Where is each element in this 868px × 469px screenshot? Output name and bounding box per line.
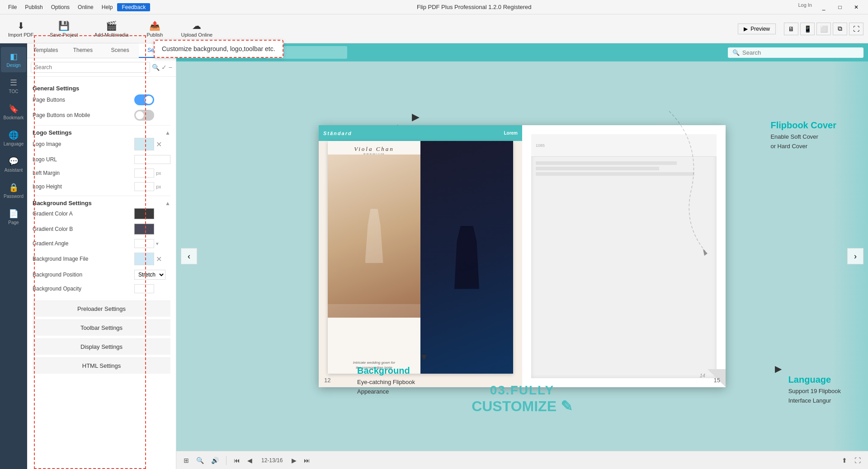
menu-help[interactable]: Help [98,3,117,11]
add-multimedia-label: Add Multimedia [94,32,129,38]
left-margin-unit: px [156,170,161,176]
app-title: Flip PDF Plus Professional 1.2.0 Registe… [150,4,798,10]
left-margin-input[interactable]: 0 [134,169,154,178]
tab-scenes[interactable]: Scenes [102,43,139,58]
bookmark-icon: 🔖 [9,104,19,114]
title-bar: File Publish Options Online Help Feedbac… [0,0,868,14]
panel-expand-button[interactable]: ✓ [161,64,167,71]
logo-url-label: Logo URL [33,156,134,163]
panel-icon-buttons: ✓ − [161,64,172,71]
display-settings-button[interactable]: Display Settings [33,338,170,355]
add-multimedia-button[interactable]: 🎬 Add Multimedia [91,19,132,39]
publish-button[interactable]: 📤 Publish [141,19,168,39]
logo-image-label: Logo Image [33,141,134,147]
view-desktop-button[interactable]: 🖥 [784,23,798,35]
logo-image-preview [134,138,154,150]
minimize-button[interactable]: _ [816,2,831,12]
canvas-search-input[interactable] [742,49,859,56]
tooltip-box: Customize background, logo,toolbar etc. [154,40,283,58]
import-pdf-button[interactable]: ⬇ Import PDF [5,19,37,39]
fullscreen-button[interactable]: ⛶ [853,455,863,466]
menu-online[interactable]: Online [74,3,97,11]
import-pdf-icon: ⬇ [17,20,25,31]
menu-file[interactable]: File [5,3,20,11]
share-button[interactable]: ⬆ [840,455,849,466]
html-settings-button[interactable]: HTML Settings [33,357,170,374]
tab-themes[interactable]: Themes [64,43,101,58]
bg-position-control: Stretch Tile Center [134,270,170,280]
logo-url-input[interactable] [134,155,170,164]
toolbar-settings-button[interactable]: Toolbar Settings [33,319,170,336]
assistant-label: Assistant [5,168,23,173]
import-pdf-label: Import PDF [8,32,33,38]
upload-online-label: Upload Online [181,32,212,38]
grid-view-button[interactable]: ⊞ [182,455,191,466]
audio-button[interactable]: 🔊 [209,455,221,466]
first-page-button[interactable]: ⏮ [232,455,242,466]
save-project-button[interactable]: 💾 Save Project [46,19,81,39]
menu-options[interactable]: Options [47,3,73,11]
book-header-bar: Stăndard Lorem [319,125,522,141]
view-split-button[interactable]: ⧉ [833,23,847,35]
view-fullscreen-button[interactable]: ⛶ [849,23,863,35]
gradient-color-a-row: Gradient Color A [33,208,170,219]
last-page-button[interactable]: ⏭ [302,455,312,466]
bg-image-file-label: Background Image File [33,256,134,262]
save-project-icon: 💾 [58,20,70,31]
zoom-in-button[interactable]: 🔍 [194,455,206,466]
logo-url-row: Logo URL [33,155,170,164]
sidebar-item-page[interactable]: 📄 Page [1,204,26,230]
preview-button[interactable]: ▶ Preview [738,23,776,34]
logo-settings-header[interactable]: Logo Settings ▲ [33,125,170,138]
preloader-settings-button[interactable]: Preloader Settings [33,300,170,317]
maximize-button[interactable]: □ [833,2,847,12]
sidebar-item-design[interactable]: ◧ Design [1,47,26,72]
sidebar-item-assistant[interactable]: 💬 Assistant [1,152,26,177]
upload-online-button[interactable]: ☁ Upload Online [177,19,216,39]
page-buttons-toggle[interactable] [134,94,154,105]
panel-collapse-button[interactable]: − [169,64,172,71]
gradient-color-a-label: Gradient Color A [33,211,134,217]
menu-publish[interactable]: Publish [21,3,46,11]
bg-position-label: Background Position [33,272,134,278]
gradient-color-b-swatch[interactable] [134,224,154,234]
logo-height-input[interactable]: 40 [134,182,154,191]
book-page-right: 1085 15 14 [522,125,726,387]
sidebar-item-language[interactable]: 🌐 Language [1,126,26,151]
sidebar-item-toc[interactable]: ☰ TOC [1,73,26,98]
bg-opacity-input[interactable]: 1 [134,284,154,293]
prev-page-button[interactable]: ‹ [181,248,197,264]
close-button[interactable]: ✕ [849,2,863,12]
logo-height-unit: px [156,184,161,189]
next-page-button[interactable]: › [847,248,863,264]
view-wide-button[interactable]: ⬜ [816,23,831,35]
next-page-btn[interactable]: ▶ [290,455,298,466]
logo-image-clear-button[interactable]: ✕ [156,140,162,149]
dress-bg [328,155,420,318]
bg-position-select[interactable]: Stretch Tile Center [134,270,165,280]
view-tablet-button[interactable]: 📱 [800,23,815,35]
canvas-search-icon: 🔍 [732,49,740,56]
prev-page-btn[interactable]: ◀ [245,455,254,466]
bg-image-clear-button[interactable]: ✕ [156,255,162,263]
center-customize-text: CUSTOMIZE ✎ [472,398,573,415]
page-buttons-mobile-toggle[interactable] [134,110,154,121]
panel-search-input[interactable] [31,62,150,73]
tab-templates[interactable]: Templates [27,43,64,58]
tooltip-text: Customize background, logo,toolbar etc. [162,45,275,52]
sidebar-item-password[interactable]: 🔒 Password [1,178,26,203]
left-margin-control: 0 px [134,169,170,178]
language-title: Language [788,375,841,385]
login-label[interactable]: Log In [798,2,812,12]
language-annotation: Language Support 19 FlipbookInterface La… [788,375,841,406]
dress-shape [365,209,383,263]
background-settings-header[interactable]: Background Settings ▲ [33,196,170,208]
book-inner-left: Viola Chan PREMIUM Intricate wedding gow… [328,141,420,374]
sidebar-item-bookmark[interactable]: 🔖 Bookmark [1,99,26,125]
gradient-angle-input[interactable]: 30 [134,239,154,248]
upload-online-icon: ☁ [192,20,201,31]
add-multimedia-icon: 🎬 [106,20,117,31]
gradient-color-a-swatch[interactable] [134,208,154,219]
logo-height-row: Logo Height 40 px [33,182,170,191]
feedback-button[interactable]: Feedback [117,3,150,11]
